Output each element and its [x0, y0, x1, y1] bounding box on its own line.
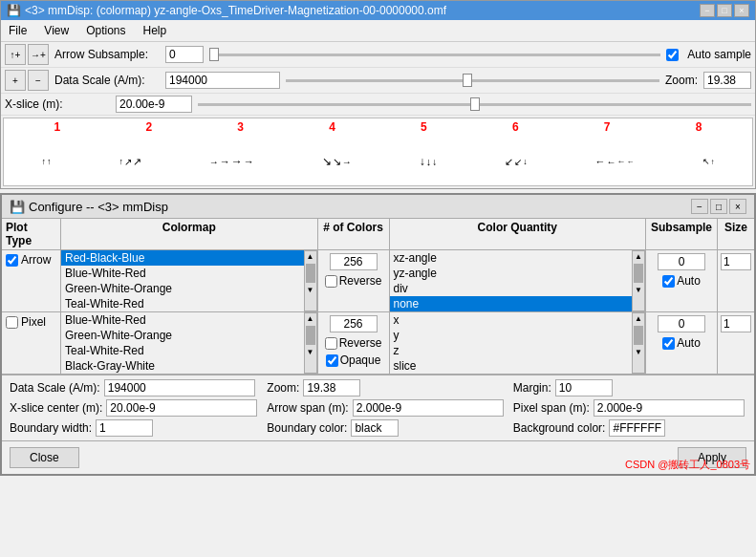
pixel-qty-scrollbar[interactable]: ▲ ▼	[632, 312, 645, 374]
arrow-scroll-up[interactable]: ▲	[306, 251, 315, 262]
pixel-qty-scroll: x y z slice ▲ ▼	[390, 312, 646, 374]
pixel-colormap-item-1[interactable]: Green-White-Orange	[61, 328, 304, 343]
arrow-group-7: ←←←←	[595, 156, 635, 167]
arrow-colormap-item-0[interactable]: Red-Black-Blue	[61, 250, 304, 266]
arrow-qty-scrollbar[interactable]: ▲ ▼	[632, 250, 645, 311]
data-scale-input[interactable]	[165, 72, 280, 89]
arrow-qty-div[interactable]: div	[390, 281, 633, 296]
arrow-group-6: ↙↙↓	[505, 156, 528, 168]
close-main-btn[interactable]: ×	[734, 4, 749, 17]
arrow-qty-yz-angle[interactable]: yz-angle	[390, 266, 633, 281]
auto-sample-checkbox[interactable]	[666, 49, 679, 61]
pixel-opaque-checkbox[interactable]	[326, 354, 338, 367]
arrow-group-4: ↘↘→	[322, 155, 352, 168]
close-button[interactable]: Close	[10, 447, 79, 468]
data-scale-bp-label: Data Scale (A/m):	[10, 381, 100, 395]
menu-view[interactable]: View	[40, 22, 73, 39]
arrow-reverse-checkbox[interactable]	[325, 275, 337, 288]
zoom-bp-input[interactable]	[303, 379, 360, 396]
pixel-subsample-value-input[interactable]	[658, 315, 705, 332]
margin-bp-input[interactable]	[555, 379, 613, 396]
xslice-slider[interactable]	[198, 103, 751, 106]
xslice-input[interactable]	[116, 96, 192, 113]
pixel-enabled-checkbox[interactable]	[6, 316, 18, 329]
arrow-enabled-checkbox[interactable]	[6, 254, 18, 267]
dialog-maximize-btn[interactable]: □	[710, 199, 727, 214]
pixel-colormap-scrollbar[interactable]: ▲ ▼	[304, 312, 317, 374]
minimize-btn[interactable]: −	[700, 4, 715, 17]
arrow-qty-scroll: xz-angle yz-angle div none ▲ ▼	[390, 250, 646, 311]
arrow-qty-scroll-thumb[interactable]	[634, 264, 643, 283]
arrow-reverse-label: Reverse	[339, 274, 382, 288]
pixel-span-pair: Pixel span (m):	[513, 399, 746, 417]
pixel-size-input[interactable]	[721, 315, 751, 332]
pixel-colormap-item-2[interactable]: Teal-White-Red	[61, 343, 304, 358]
pixel-qty-scroll-thumb[interactable]	[634, 326, 643, 345]
header-subsample: Subsample	[646, 219, 718, 249]
pixel-span-bp-input[interactable]	[594, 399, 745, 417]
pixel-section-row: Pixel Blue-White-Red Green-White-Orange …	[2, 312, 754, 375]
arrow-scroll-thumb[interactable]	[306, 264, 315, 283]
data-scale-slider[interactable]	[286, 79, 659, 82]
menu-options[interactable]: Options	[82, 22, 129, 39]
margin-pair: Margin:	[513, 379, 746, 396]
arrow-up-icon[interactable]: ↑+	[5, 44, 26, 65]
xslice-center-bp-input[interactable]	[106, 399, 257, 417]
arrow-subsample-input[interactable]	[165, 46, 204, 63]
pixel-scroll-thumb[interactable]	[306, 326, 315, 345]
dialog-minimize-btn[interactable]: −	[691, 199, 708, 214]
arrow-qty-xz-angle[interactable]: xz-angle	[390, 250, 633, 266]
pixel-qty-x[interactable]: x	[390, 312, 633, 328]
pixel-opaque-label: Opaque	[340, 353, 381, 367]
arrow-reverse-row: Reverse	[325, 274, 382, 288]
menu-bar: File View Options Help	[1, 20, 755, 42]
maximize-btn[interactable]: □	[717, 4, 732, 17]
pixel-scroll-down[interactable]: ▼	[306, 347, 315, 357]
data-scale-bp-input[interactable]	[104, 379, 255, 396]
arrow-auto-checkbox[interactable]	[662, 275, 675, 288]
pixel-qty-slice[interactable]: slice	[390, 358, 633, 374]
arrow-qty-scroll-down[interactable]: ▼	[634, 285, 643, 295]
pixel-colormap-item-0[interactable]: Blue-White-Red	[61, 312, 304, 328]
zoom-out-icon[interactable]: −	[28, 70, 49, 91]
viz-num-7: 7	[604, 120, 611, 134]
boundary-width-bp-input[interactable]	[96, 419, 153, 437]
pixel-opaque-row: Opaque	[326, 353, 381, 367]
pixel-num-colors-input[interactable]	[330, 315, 378, 332]
arrow-num-colors-input[interactable]	[330, 253, 378, 270]
pixel-auto-checkbox[interactable]	[662, 337, 675, 350]
pixel-qty-y[interactable]: y	[390, 328, 633, 343]
pixel-colormap-item-3[interactable]: Black-Gray-White	[61, 358, 304, 374]
arrow-qty-none[interactable]: none	[390, 296, 633, 311]
arrow-qty-scroll-up[interactable]: ▲	[634, 251, 643, 262]
arrow-subsample-value-input[interactable]	[658, 253, 705, 270]
data-scale-pair: Data Scale (A/m):	[10, 379, 257, 396]
zoom-input[interactable]	[703, 72, 751, 89]
pixel-qty-scroll-down[interactable]: ▼	[634, 347, 643, 357]
arrow-span-bp-input[interactable]	[353, 399, 504, 417]
arrow-scroll-down[interactable]: ▼	[306, 285, 315, 295]
arrow-colormap-scrollbar[interactable]: ▲ ▼	[304, 250, 317, 311]
dialog-title-left: 💾 Configure -- <3> mmDisp	[10, 200, 168, 214]
menu-help[interactable]: Help	[140, 22, 171, 39]
zoom-bp-label: Zoom:	[267, 381, 299, 395]
pixel-scroll-up[interactable]: ▲	[306, 313, 315, 324]
arrow-subsample-row: ↑+ →+ Arrow Subsample: Auto sample	[1, 42, 755, 68]
pixel-num-colors-cell: Reverse Opaque	[318, 312, 390, 374]
arrow-right-icon[interactable]: →+	[28, 44, 49, 65]
zoom-in-icon[interactable]: +	[5, 70, 26, 91]
dialog-title-text: Configure -- <3> mmDisp	[29, 200, 168, 214]
pixel-qty-scroll-up[interactable]: ▲	[634, 313, 643, 324]
pixel-qty-z[interactable]: z	[390, 343, 633, 358]
arrow-size-input[interactable]	[721, 253, 751, 270]
menu-file[interactable]: File	[5, 22, 31, 39]
viz-num-6: 6	[512, 120, 519, 134]
pixel-reverse-checkbox[interactable]	[325, 337, 337, 350]
dialog-close-btn[interactable]: ×	[729, 199, 746, 214]
arrow-colormap-item-2[interactable]: Green-White-Orange	[61, 281, 304, 296]
arrow-colormap-item-3[interactable]: Teal-White-Red	[61, 296, 304, 311]
arrow-colormap-item-1[interactable]: Blue-White-Red	[61, 266, 304, 281]
header-colormap: Colormap	[61, 219, 318, 249]
arrow-subsample-slider[interactable]	[209, 54, 660, 56]
boundary-width-pair: Boundary width:	[10, 419, 257, 437]
